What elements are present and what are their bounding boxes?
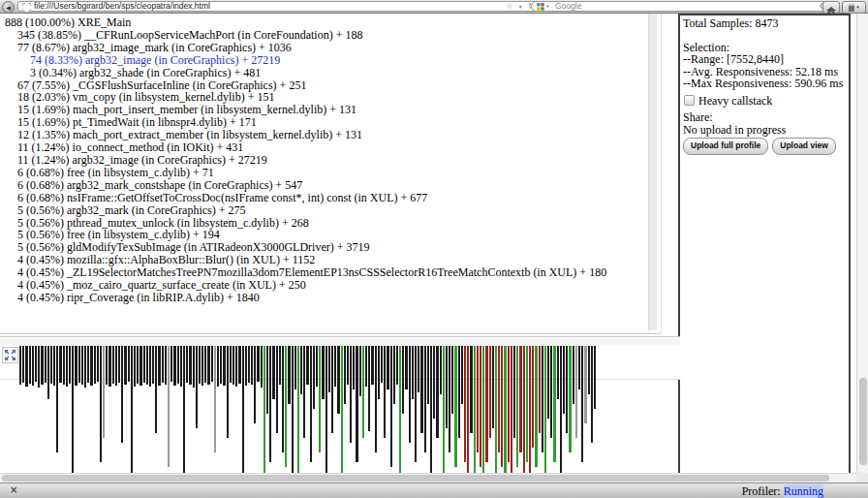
histogram-bar: [245, 346, 247, 386]
search-engine-dropdown-icon[interactable]: ▾: [546, 2, 549, 11]
statusbar-close-icon[interactable]: ×: [10, 484, 17, 495]
histogram-bar: [399, 346, 401, 473]
tree-row[interactable]: 74 (8.33%) argb32_image (in CoreGraphics…: [0, 54, 661, 67]
histogram-bar: [300, 346, 302, 394]
histogram-bar: [158, 346, 160, 386]
tree-row[interactable]: 4 (0.45%) ripr_Coverage (in libRIP.A.dyl…: [0, 292, 661, 304]
histogram-bar: [356, 346, 357, 462]
tree-row[interactable]: 11 (1.24%) argb32_image (in CoreGraphics…: [0, 154, 661, 167]
back-button[interactable]: ◀: [2, 1, 15, 14]
histogram-bar: [84, 346, 86, 388]
page-tools-icon: [849, 4, 854, 12]
histogram-bar: [310, 346, 312, 462]
histogram-bar: [81, 346, 83, 385]
tree-row[interactable]: 888 (100.00%) XRE_Main: [0, 16, 661, 29]
histogram-header-strip: [0, 337, 680, 346]
histogram-bar: [464, 346, 466, 462]
sample-histogram[interactable]: [19, 346, 597, 475]
tree-row[interactable]: 77 (8.67%) argb32_image_mark (in CoreGra…: [0, 42, 661, 54]
histogram-bar: [390, 346, 392, 467]
histogram-bar: [303, 346, 305, 438]
vertical-scroll-thumb[interactable]: [859, 378, 867, 465]
tree-row[interactable]: 6 (0.68%) nsIFrame::GetOffsetToCrossDoc(…: [0, 192, 661, 204]
histogram-bar: [162, 346, 164, 383]
histogram-bar: [261, 346, 263, 388]
tree-row[interactable]: 6 (0.68%) argb32_mark_constshape (in Cor…: [0, 179, 661, 192]
heavy-callstack-checkbox[interactable]: [684, 95, 695, 106]
histogram-bar: [238, 346, 240, 384]
total-samples-label: Total Samples: 8473: [683, 17, 846, 30]
histogram-bar: [217, 346, 219, 387]
histogram-bar: [350, 346, 352, 443]
histogram-bar: [297, 346, 299, 473]
histogram-bar: [108, 346, 110, 387]
histogram-bar: [248, 346, 250, 383]
page-tools-button[interactable]: ▾: [842, 1, 866, 14]
upload-full-profile-button[interactable]: Upload full profile: [683, 138, 768, 155]
home-button[interactable]: [822, 1, 840, 14]
histogram-bar: [337, 346, 339, 414]
histogram-bar: [319, 346, 321, 452]
heavy-callstack-row[interactable]: Heavy callstack: [683, 95, 846, 108]
histogram-bar: [588, 346, 590, 394]
histogram-bar: [235, 346, 237, 387]
histogram-bar: [214, 346, 216, 452]
horizontal-scroll-thumb[interactable]: [2, 475, 829, 482]
histogram-bar: [412, 346, 414, 399]
histogram-bar: [106, 346, 108, 385]
tree-row[interactable]: 6 (0.68%) free (in libsystem_c.dylib) + …: [0, 167, 661, 179]
histogram-bar: [149, 346, 151, 387]
histogram-bar: [269, 346, 271, 462]
histogram-bar: [544, 346, 546, 473]
window-vertical-scrollbar[interactable]: [856, 14, 868, 473]
search-input[interactable]: ▾ Google: [531, 1, 833, 12]
histogram-bar: [331, 346, 333, 433]
histogram-bar: [143, 346, 145, 383]
histogram-bar: [347, 346, 349, 385]
histogram-bar: [381, 346, 383, 383]
histogram-bar: [227, 346, 229, 438]
tree-row[interactable]: 345 (38.85%) __CFRunLoopServiceMachPort …: [0, 29, 661, 42]
histogram-bar: [29, 346, 31, 384]
status-bar: × Profiler: Running: [0, 482, 868, 498]
favicon-placeholder-icon: [22, 3, 31, 12]
fullscreen-expand-icon[interactable]: [2, 347, 18, 363]
histogram-bar: [433, 346, 435, 419]
histogram-bar: [573, 346, 574, 404]
url-bar[interactable]: file:///Users/bgirard/ben/sps/cleopatra/…: [17, 1, 540, 12]
histogram-bar: [56, 346, 58, 452]
histogram-bar: [594, 346, 596, 409]
histogram-bar: [155, 346, 157, 433]
histogram-bar: [251, 346, 253, 385]
histogram-bar: [220, 346, 222, 384]
max-responsiveness: --Max Responsiveness: 590.96 ms: [683, 78, 846, 90]
histogram-bar: [449, 346, 450, 452]
histogram-bar: [474, 346, 476, 473]
histogram-bar: [359, 346, 361, 396]
histogram-bar: [69, 346, 71, 384]
histogram-bar: [168, 346, 170, 467]
histogram-bar: [177, 346, 179, 384]
histogram-bar: [173, 346, 175, 386]
call-tree-scrollbar[interactable]: [648, 14, 657, 330]
url-dropdown-icon[interactable]: ▾: [519, 3, 522, 10]
histogram-bar: [440, 346, 442, 394]
tree-row[interactable]: 4 (0.45%) _moz_cairo_quartz_surface_crea…: [0, 279, 661, 292]
histogram-bar: [451, 346, 453, 414]
histogram-bar: [196, 346, 198, 428]
histogram-bar: [550, 346, 552, 438]
histogram-bar: [485, 346, 487, 462]
histogram-bar: [584, 346, 586, 423]
tree-row[interactable]: 5 (0.56%) argb32_mark (in CoreGraphics) …: [0, 204, 661, 217]
search-engine-logo-icon: [537, 3, 544, 11]
browser-toolbar: ◀ file:///Users/bgirard/ben/sps/cleopatr…: [0, 0, 868, 14]
histogram-bar: [578, 346, 580, 389]
histogram-bar: [467, 346, 469, 473]
tree-row[interactable]: 3 (0.34%) argb32_shade (in CoreGraphics)…: [0, 67, 661, 79]
histogram-bar: [45, 346, 46, 383]
histogram-bar: [427, 346, 429, 404]
bookmark-star-icon[interactable]: ☆: [506, 1, 513, 11]
upload-view-button[interactable]: Upload view: [772, 138, 836, 155]
histogram-bar: [170, 346, 172, 382]
profiler-status-state[interactable]: Running: [784, 484, 823, 498]
